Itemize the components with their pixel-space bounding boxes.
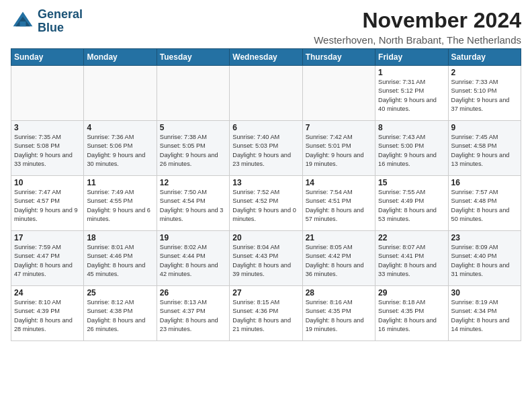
- day-cell: 22Sunrise: 8:07 AM Sunset: 4:41 PM Dayli…: [375, 231, 448, 286]
- day-info: Sunrise: 8:01 AM Sunset: 4:46 PM Dayligh…: [87, 243, 153, 279]
- day-info: Sunrise: 7:31 AM Sunset: 5:12 PM Dayligh…: [378, 78, 445, 113]
- week-row-3: 10Sunrise: 7:47 AM Sunset: 4:57 PM Dayli…: [11, 176, 521, 231]
- day-info: Sunrise: 8:04 AM Sunset: 4:43 PM Dayligh…: [232, 243, 299, 279]
- day-info: Sunrise: 7:52 AM Sunset: 4:52 PM Dayligh…: [232, 188, 299, 224]
- day-info: Sunrise: 7:47 AM Sunset: 4:57 PM Dayligh…: [14, 188, 81, 224]
- day-cell: 15Sunrise: 7:55 AM Sunset: 4:49 PM Dayli…: [375, 176, 448, 231]
- day-cell: 26Sunrise: 8:13 AM Sunset: 4:37 PM Dayli…: [157, 286, 229, 341]
- day-cell: 27Sunrise: 8:15 AM Sunset: 4:36 PM Dayli…: [230, 286, 302, 341]
- day-number: 28: [306, 288, 372, 298]
- day-info: Sunrise: 8:16 AM Sunset: 4:35 PM Dayligh…: [306, 298, 372, 334]
- week-row-5: 24Sunrise: 8:10 AM Sunset: 4:39 PM Dayli…: [11, 286, 521, 341]
- day-cell: 3Sunrise: 7:35 AM Sunset: 5:08 PM Daylig…: [11, 121, 84, 176]
- header: General Blue November 2024 Westerhoven, …: [11, 8, 521, 46]
- day-cell: 24Sunrise: 8:10 AM Sunset: 4:39 PM Dayli…: [11, 286, 84, 341]
- day-info: Sunrise: 7:35 AM Sunset: 5:08 PM Dayligh…: [14, 133, 81, 169]
- day-info: Sunrise: 7:54 AM Sunset: 4:51 PM Dayligh…: [306, 188, 372, 224]
- day-info: Sunrise: 7:45 AM Sunset: 4:58 PM Dayligh…: [451, 133, 518, 169]
- day-info: Sunrise: 7:33 AM Sunset: 5:10 PM Dayligh…: [451, 78, 518, 113]
- day-info: Sunrise: 7:38 AM Sunset: 5:05 PM Dayligh…: [160, 133, 226, 169]
- day-number: 14: [306, 178, 372, 187]
- day-number: 5: [160, 123, 226, 132]
- day-cell: [157, 66, 229, 121]
- day-cell: [84, 66, 157, 121]
- day-info: Sunrise: 7:36 AM Sunset: 5:06 PM Dayligh…: [87, 133, 153, 169]
- day-cell: [11, 66, 84, 121]
- day-number: 27: [232, 288, 299, 298]
- day-number: 30: [451, 288, 518, 298]
- day-info: Sunrise: 7:55 AM Sunset: 4:49 PM Dayligh…: [378, 188, 445, 224]
- logo-text: General Blue: [38, 8, 83, 35]
- day-number: 1: [378, 68, 445, 77]
- day-info: Sunrise: 7:43 AM Sunset: 5:00 PM Dayligh…: [378, 133, 445, 169]
- day-cell: 12Sunrise: 7:50 AM Sunset: 4:54 PM Dayli…: [157, 176, 229, 231]
- day-info: Sunrise: 8:18 AM Sunset: 4:35 PM Dayligh…: [378, 298, 445, 334]
- day-cell: 20Sunrise: 8:04 AM Sunset: 4:43 PM Dayli…: [230, 231, 302, 286]
- day-number: 20: [232, 233, 299, 242]
- day-cell: [302, 66, 375, 121]
- day-cell: 13Sunrise: 7:52 AM Sunset: 4:52 PM Dayli…: [230, 176, 302, 231]
- day-cell: 4Sunrise: 7:36 AM Sunset: 5:06 PM Daylig…: [84, 121, 157, 176]
- week-row-4: 17Sunrise: 7:59 AM Sunset: 4:47 PM Dayli…: [11, 231, 521, 286]
- logo: General Blue: [11, 8, 83, 35]
- title-block: November 2024 Westerhoven, North Brabant…: [314, 8, 521, 46]
- day-number: 26: [160, 288, 226, 298]
- day-cell: 1Sunrise: 7:31 AM Sunset: 5:12 PM Daylig…: [375, 66, 448, 121]
- header-day-tuesday: Tuesday: [157, 49, 229, 66]
- subtitle: Westerhoven, North Brabant, The Netherla…: [314, 34, 521, 46]
- day-number: 3: [14, 123, 81, 132]
- day-info: Sunrise: 8:09 AM Sunset: 4:40 PM Dayligh…: [451, 243, 518, 279]
- day-cell: 6Sunrise: 7:40 AM Sunset: 5:03 PM Daylig…: [230, 121, 302, 176]
- day-info: Sunrise: 8:02 AM Sunset: 4:44 PM Dayligh…: [160, 243, 226, 279]
- svg-rect-2: [20, 21, 26, 26]
- day-number: 7: [306, 123, 372, 132]
- day-cell: 17Sunrise: 7:59 AM Sunset: 4:47 PM Dayli…: [11, 231, 84, 286]
- day-cell: 28Sunrise: 8:16 AM Sunset: 4:35 PM Dayli…: [302, 286, 375, 341]
- day-cell: 14Sunrise: 7:54 AM Sunset: 4:51 PM Dayli…: [302, 176, 375, 231]
- day-info: Sunrise: 7:57 AM Sunset: 4:48 PM Dayligh…: [451, 188, 518, 224]
- day-number: 6: [232, 123, 299, 132]
- day-number: 24: [14, 288, 81, 298]
- day-number: 9: [451, 123, 518, 132]
- day-number: 19: [160, 233, 226, 242]
- day-number: 18: [87, 233, 153, 242]
- day-number: 2: [451, 68, 518, 77]
- day-info: Sunrise: 8:13 AM Sunset: 4:37 PM Dayligh…: [160, 298, 226, 334]
- day-number: 23: [451, 233, 518, 242]
- day-number: 21: [306, 233, 372, 242]
- day-cell: 23Sunrise: 8:09 AM Sunset: 4:40 PM Dayli…: [448, 231, 521, 286]
- day-number: 15: [378, 178, 445, 187]
- day-cell: 11Sunrise: 7:49 AM Sunset: 4:55 PM Dayli…: [84, 176, 157, 231]
- header-day-thursday: Thursday: [302, 49, 375, 66]
- day-info: Sunrise: 7:40 AM Sunset: 5:03 PM Dayligh…: [232, 133, 299, 169]
- header-day-monday: Monday: [84, 49, 157, 66]
- day-info: Sunrise: 7:50 AM Sunset: 4:54 PM Dayligh…: [160, 188, 226, 224]
- logo-line1: General: [38, 8, 83, 21]
- day-number: 4: [87, 123, 153, 132]
- header-day-friday: Friday: [375, 49, 448, 66]
- page: General Blue November 2024 Westerhoven, …: [0, 0, 532, 347]
- day-cell: 18Sunrise: 8:01 AM Sunset: 4:46 PM Dayli…: [84, 231, 157, 286]
- header-day-saturday: Saturday: [448, 49, 521, 66]
- day-info: Sunrise: 7:59 AM Sunset: 4:47 PM Dayligh…: [14, 243, 81, 279]
- day-number: 8: [378, 123, 445, 132]
- day-info: Sunrise: 8:05 AM Sunset: 4:42 PM Dayligh…: [306, 243, 372, 279]
- day-cell: 30Sunrise: 8:19 AM Sunset: 4:34 PM Dayli…: [448, 286, 521, 341]
- week-row-2: 3Sunrise: 7:35 AM Sunset: 5:08 PM Daylig…: [11, 121, 521, 176]
- month-title: November 2024: [314, 8, 521, 33]
- day-info: Sunrise: 7:49 AM Sunset: 4:55 PM Dayligh…: [87, 188, 153, 224]
- logo-icon: [11, 9, 35, 34]
- day-number: 11: [87, 178, 153, 187]
- day-number: 12: [160, 178, 226, 187]
- day-info: Sunrise: 7:42 AM Sunset: 5:01 PM Dayligh…: [306, 133, 372, 169]
- day-cell: 8Sunrise: 7:43 AM Sunset: 5:00 PM Daylig…: [375, 121, 448, 176]
- day-number: 16: [451, 178, 518, 187]
- day-info: Sunrise: 8:07 AM Sunset: 4:41 PM Dayligh…: [378, 243, 445, 279]
- header-row: SundayMondayTuesdayWednesdayThursdayFrid…: [11, 49, 521, 66]
- day-cell: 19Sunrise: 8:02 AM Sunset: 4:44 PM Dayli…: [157, 231, 229, 286]
- day-cell: [230, 66, 302, 121]
- day-cell: 7Sunrise: 7:42 AM Sunset: 5:01 PM Daylig…: [302, 121, 375, 176]
- day-cell: 2Sunrise: 7:33 AM Sunset: 5:10 PM Daylig…: [448, 66, 521, 121]
- day-number: 10: [14, 178, 81, 187]
- calendar-table: SundayMondayTuesdayWednesdayThursdayFrid…: [11, 48, 521, 341]
